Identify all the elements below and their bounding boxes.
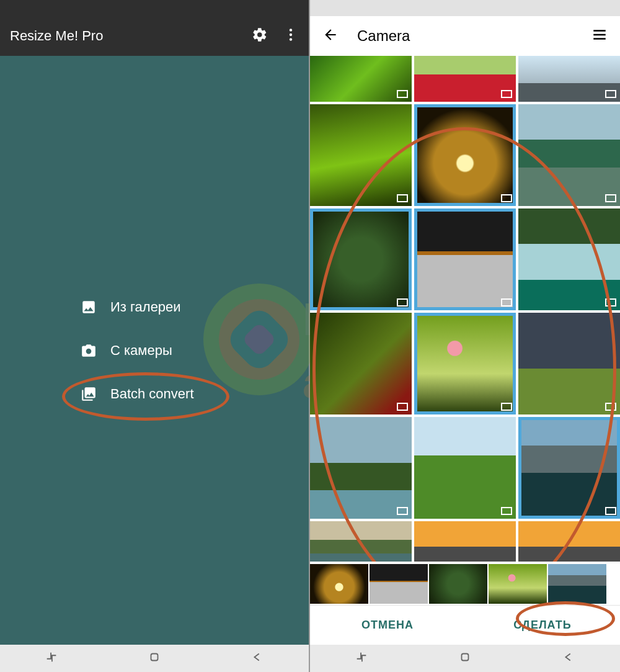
thumb-cannabis[interactable] [310,208,412,310]
landscape-badge-icon [501,403,512,411]
selected-mini-night-tree[interactable] [310,564,368,604]
landscape-badge-icon [397,90,408,98]
watermark-logo: ka an [203,284,315,395]
toolbar-title: Camera [357,27,591,45]
landscape-badge-icon [605,194,616,202]
thumb-leaves[interactable] [310,104,412,206]
gear-icon[interactable] [252,27,268,45]
menu-from-gallery[interactable]: Из галереи [81,299,181,315]
home-icon[interactable] [458,650,472,666]
landscape-badge-icon [501,298,512,307]
thumb-roof[interactable] [518,56,620,102]
landscape-badge-icon [397,403,408,411]
image-grid [310,56,620,562]
thumb-river[interactable] [310,521,412,562]
nav-bar [310,645,620,672]
toolbar: Camera [310,16,620,56]
status-bar [0,0,309,16]
image-icon [81,299,97,315]
landscape-badge-icon [605,507,616,515]
thumb-strawberry[interactable] [310,313,412,414]
selected-mini-cannabis[interactable] [429,564,487,604]
thumb-night-tree[interactable] [414,104,516,206]
thumb-waterfall[interactable] [518,208,620,310]
landscape-badge-icon [501,194,512,202]
thumb-storm[interactable] [518,313,620,414]
selected-mini-moon[interactable] [370,564,428,604]
annotation-highlight-batch [62,372,229,421]
menu-label-camera: С камеры [110,343,172,359]
home-icon[interactable] [148,650,161,666]
app-bar: Resize Me! Pro [0,16,309,56]
svg-point-2 [290,38,292,40]
back-nav-icon[interactable] [250,650,264,666]
thumb-mountains[interactable] [518,417,620,519]
screen-gallery-picker: Camera [310,0,620,672]
landscape-badge-icon [605,90,616,98]
landscape-badge-icon [605,403,616,411]
thumb-moon[interactable] [414,208,516,310]
app-title: Resize Me! Pro [10,28,252,44]
more-vert-icon[interactable] [283,27,299,45]
recent-apps-icon[interactable] [355,650,368,666]
thumb-lake[interactable] [518,104,620,206]
selected-mini-mountains[interactable] [548,564,606,604]
back-arrow-icon[interactable] [322,27,339,45]
landscape-badge-icon [397,298,408,307]
app-body: ka an Из галереи С камеры Batch convert [0,56,309,645]
thumb-lagoon[interactable] [310,417,412,519]
svg-point-1 [290,34,292,36]
cancel-button[interactable]: ОТМЕНА [310,606,465,645]
menu-label-gallery: Из галереи [110,299,181,315]
thumb-grass[interactable] [310,56,412,102]
landscape-badge-icon [397,507,408,515]
thumb-raspberry[interactable] [414,56,516,102]
back-nav-icon[interactable] [562,650,575,666]
landscape-badge-icon [397,194,408,202]
thumb-meadow-flowers[interactable] [414,313,516,414]
status-bar [310,0,620,16]
svg-rect-3 [151,654,158,661]
landscape-badge-icon [501,507,512,515]
selection-strip [310,562,620,605]
image-grid-wrap [310,56,620,562]
hamburger-icon[interactable] [591,27,608,45]
landscape-badge-icon [605,298,616,307]
thumb-sunset2[interactable] [518,521,620,562]
menu-from-camera[interactable]: С камеры [81,343,172,359]
landscape-badge-icon [501,90,512,98]
nav-bar [0,645,309,672]
camera-icon [81,343,97,359]
svg-point-0 [290,29,292,31]
recent-apps-icon[interactable] [45,650,58,666]
screen-resize-me: Resize Me! Pro ka an Из галереи [0,0,310,672]
selected-mini-meadow[interactable] [489,564,547,604]
svg-rect-4 [461,654,468,661]
annotation-highlight-done [516,601,615,636]
thumb-sunset[interactable] [414,521,516,562]
thumb-golf-path[interactable] [414,417,516,519]
